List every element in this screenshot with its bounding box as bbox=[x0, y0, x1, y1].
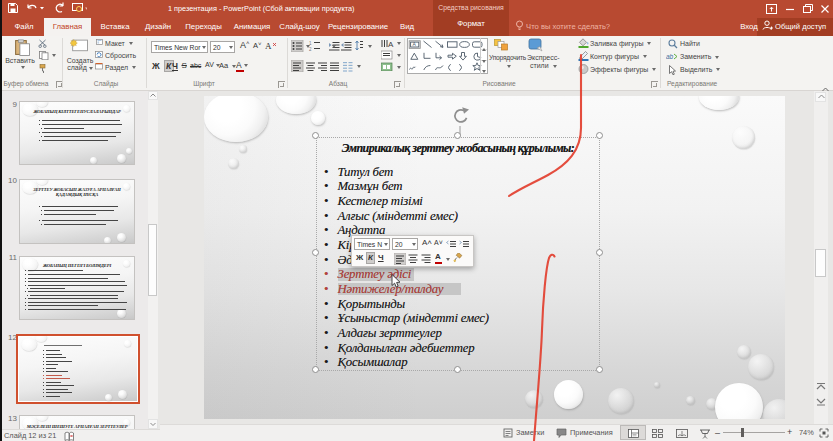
svg-text:А: А bbox=[265, 41, 272, 51]
svg-text:ab: ab bbox=[666, 53, 674, 60]
svg-text:A: A bbox=[388, 40, 394, 49]
